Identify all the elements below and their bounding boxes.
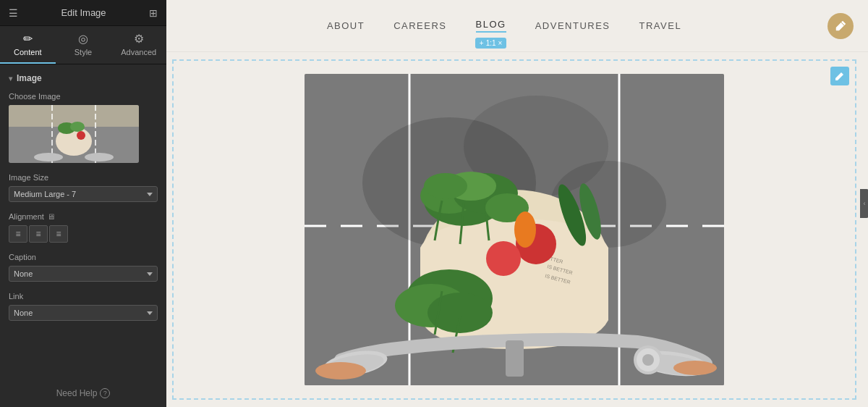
- align-left-button[interactable]: ≡: [9, 225, 27, 243]
- image-size-select[interactable]: Medium Large - 7 Thumbnail Medium Large …: [9, 186, 158, 202]
- tab-advanced[interactable]: ⚙ Advanced: [111, 26, 166, 64]
- content-tab-icon: ✏: [23, 32, 33, 46]
- svg-point-9: [85, 153, 114, 161]
- nav-about[interactable]: ABOUT: [327, 20, 365, 31]
- nav-bar: ABOUT CAREERS BLOG + 1:1 × ADVENTURES TR…: [166, 0, 868, 52]
- nav-adventures[interactable]: ADVENTURES: [535, 20, 610, 31]
- svg-point-7: [77, 131, 85, 140]
- link-field: Link None Media File Custom URL: [9, 292, 158, 321]
- help-icon: ?: [100, 388, 110, 398]
- svg-point-42: [642, 354, 654, 366]
- need-help-section: Need Help ?: [0, 379, 166, 407]
- align-center-button[interactable]: ≡: [29, 225, 48, 243]
- image-size-label: Image Size: [9, 173, 158, 182]
- style-tab-icon: ◎: [78, 32, 88, 46]
- grid-icon[interactable]: ⊞: [149, 7, 158, 19]
- image-size-field: Image Size Medium Large - 7 Thumbnail Me…: [9, 173, 158, 202]
- alignment-label: Alignment 🖥: [9, 212, 158, 221]
- align-right-button[interactable]: ≡: [49, 225, 68, 243]
- nav-blog-container: BLOG + 1:1 ×: [476, 19, 506, 33]
- blog-badge-add: +: [480, 39, 484, 47]
- sidebar-title: Edit Image: [61, 7, 106, 18]
- tab-content[interactable]: ✏ Content: [0, 26, 56, 64]
- nav-travel[interactable]: TRAVEL: [639, 20, 682, 31]
- section-toggle-icon[interactable]: ▾: [9, 75, 12, 83]
- image-section-header: ▾ Image: [9, 73, 158, 83]
- style-tab-label: Style: [75, 48, 92, 56]
- sidebar-header: ☰ Edit Image ⊞: [0, 0, 166, 26]
- nav-careers[interactable]: CAREERS: [393, 20, 446, 31]
- choose-image-field: Choose Image: [9, 92, 158, 163]
- svg-point-35: [514, 211, 536, 248]
- svg-point-45: [673, 361, 717, 375]
- hamburger-icon[interactable]: ☰: [9, 7, 18, 19]
- main-content: ABOUT CAREERS BLOG + 1:1 × ADVENTURES TR…: [166, 0, 868, 407]
- image-edit-button[interactable]: [830, 67, 849, 85]
- nav-blog[interactable]: BLOG: [476, 19, 506, 33]
- monitor-icon: 🖥: [47, 212, 55, 221]
- blog-badge-close[interactable]: ×: [498, 39, 503, 47]
- svg-point-8: [34, 153, 63, 161]
- tab-style[interactable]: ◎ Style: [56, 26, 111, 64]
- need-help-label: Need Help: [56, 388, 98, 398]
- link-select[interactable]: None Media File Custom URL: [9, 305, 158, 321]
- alignment-buttons: ≡ ≡ ≡: [9, 225, 158, 243]
- collapse-handle[interactable]: ‹: [860, 189, 868, 218]
- blog-badge-count: 1:1: [486, 39, 496, 47]
- caption-label: Caption: [9, 253, 158, 261]
- svg-rect-43: [506, 340, 524, 377]
- sidebar-tabs: ✏ Content ◎ Style ⚙ Advanced: [0, 26, 166, 64]
- svg-point-25: [424, 173, 467, 199]
- nav-links: ABOUT CAREERS BLOG + 1:1 × ADVENTURES TR…: [181, 19, 827, 33]
- caption-field: Caption None Custom: [9, 253, 158, 282]
- svg-point-6: [70, 122, 85, 132]
- user-avatar[interactable]: [827, 13, 854, 39]
- choose-image-label: Choose Image: [9, 92, 158, 101]
- sidebar: ☰ Edit Image ⊞ ✏ Content ◎ Style ⚙ Advan…: [0, 0, 166, 407]
- content-tab-label: Content: [14, 48, 42, 56]
- svg-point-32: [486, 241, 521, 276]
- advanced-tab-icon: ⚙: [134, 32, 144, 46]
- link-label: Link: [9, 292, 158, 301]
- advanced-tab-label: Advanced: [121, 48, 156, 56]
- svg-point-44: [315, 362, 366, 379]
- image-preview[interactable]: [9, 105, 139, 163]
- need-help-link[interactable]: Need Help ?: [9, 388, 158, 398]
- blog-badge[interactable]: + 1:1 ×: [475, 38, 507, 49]
- sidebar-content: ▾ Image Choose Image: [0, 64, 166, 379]
- section-label: Image: [17, 73, 42, 83]
- caption-select[interactable]: None Custom: [9, 266, 158, 282]
- canvas-area: BETTER IS BETTER IS BETTER: [172, 59, 856, 400]
- alignment-field: Alignment 🖥 ≡ ≡ ≡: [9, 212, 158, 243]
- main-image: BETTER IS BETTER IS BETTER: [305, 74, 724, 385]
